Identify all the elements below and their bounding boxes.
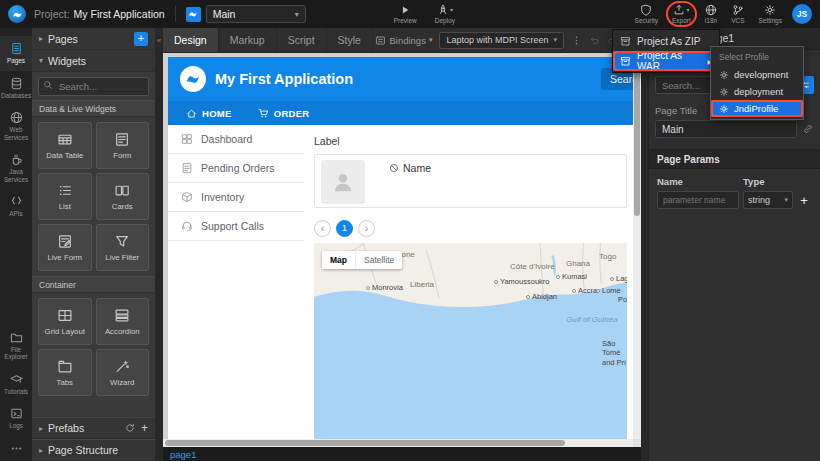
topbar-right-actions: Security▾Exporti18nVCSSettings: [635, 4, 788, 24]
menu-item-inventory[interactable]: Inventory: [168, 183, 304, 212]
nav-item-order[interactable]: ORDER: [258, 108, 310, 119]
page-selector-value: Main: [213, 8, 236, 20]
bindings-dropdown[interactable]: Bindings ▾: [375, 35, 432, 46]
data-table-icon: [56, 132, 74, 147]
rail-item-apis[interactable]: APIs: [0, 189, 32, 224]
prefabs-accordion-header[interactable]: ▸ Prefabs +: [32, 417, 155, 439]
widget-tile-label: Grid Layout: [45, 327, 85, 336]
page-selector-dropdown[interactable]: Main ▾: [206, 5, 306, 23]
scrollbar-thumb[interactable]: [634, 54, 640, 216]
rail-item-web-services[interactable]: Web Services: [0, 105, 32, 147]
export-menu-item-war[interactable]: Project As WAR▶: [613, 51, 719, 71]
export-menu-item-zip[interactable]: Project As ZIP: [613, 31, 719, 51]
label-widget[interactable]: Label: [314, 135, 627, 147]
page-structure-accordion-header[interactable]: ▸ Page Structure: [32, 439, 155, 461]
city-dot-icon: [556, 275, 560, 279]
design-canvas: My First Application Search HOMEORDER Da…: [163, 53, 641, 447]
profile-menu-item-jndiprofile[interactable]: JndiProfile: [711, 100, 803, 117]
rail-item-pages[interactable]: Pages: [0, 36, 32, 71]
canvas-tab-script[interactable]: Script: [277, 28, 327, 52]
menu-item-dashboard[interactable]: Dashboard: [168, 125, 304, 154]
widget-tile-live-filter[interactable]: Live Filter: [96, 224, 150, 271]
page-structure-header-label: Page Structure: [48, 444, 118, 456]
profile-icon: [719, 70, 729, 80]
column-header-name: Name: [657, 176, 743, 187]
bind-link-icon[interactable]: [802, 123, 814, 135]
map-widget[interactable]: Sierra LeoneCôte d'IvoireGhanaTogoLiberi…: [314, 243, 627, 439]
profile-menu-item-deployment[interactable]: deployment: [711, 83, 803, 100]
topbar-action-i18n[interactable]: i18n: [705, 4, 717, 24]
device-selector-dropdown[interactable]: Laptop with MDPI Screen ▾: [439, 32, 564, 49]
widget-tile-wizard[interactable]: Wizard: [96, 349, 150, 396]
app-header-widget[interactable]: My First Application Search: [168, 57, 633, 101]
preview-button[interactable]: Preview: [394, 4, 417, 24]
add-page-button[interactable]: +: [134, 32, 148, 46]
profile-menu-item-development[interactable]: development: [711, 66, 803, 83]
canvas-vertical-scrollbar[interactable]: [633, 53, 641, 439]
widget-search-input[interactable]: [38, 77, 149, 96]
profile-menu-item-label: JndiProfile: [734, 103, 778, 114]
nav-item-label: ORDER: [274, 108, 310, 119]
widget-tile-live-form[interactable]: Live Form: [38, 224, 92, 271]
home-icon: [186, 108, 197, 119]
rail-item-java-services[interactable]: Java Services: [0, 147, 32, 189]
prev-page-button[interactable]: ‹: [314, 220, 331, 237]
add-param-button[interactable]: +: [797, 194, 811, 207]
rail-item-file-explorer[interactable]: File Explorer: [0, 325, 32, 367]
map-label: Liberia: [410, 280, 434, 289]
param-row: string ▾ +: [649, 191, 820, 209]
canvas-tab-design[interactable]: Design: [163, 28, 219, 52]
user-avatar[interactable]: JS: [792, 4, 812, 24]
rail-item-databases[interactable]: Databases: [0, 71, 32, 106]
widget-tile-data-table[interactable]: Data Table: [38, 122, 92, 169]
param-name-input[interactable]: [657, 191, 739, 209]
topbar-action-settings[interactable]: Settings: [759, 4, 783, 24]
widget-tile-grid-layout[interactable]: Grid Layout: [38, 298, 92, 345]
chevron-down-icon: ▾: [295, 10, 299, 19]
rail-item-logs[interactable]: Logs: [0, 401, 32, 436]
menu-item-pending-orders[interactable]: Pending Orders: [168, 154, 304, 183]
widgets-accordion-header[interactable]: ▾ Widgets: [32, 50, 155, 72]
param-type-select[interactable]: string ▾: [743, 191, 793, 209]
more-options-icon[interactable]: [571, 35, 582, 46]
widget-tile-cards[interactable]: Cards: [96, 173, 150, 220]
page-content: Label Name ‹: [304, 125, 633, 439]
city-dot-icon: [366, 286, 370, 290]
scrollbar-thumb[interactable]: [165, 440, 565, 446]
nav-item-home[interactable]: HOME: [186, 108, 232, 119]
menu-item-support-calls[interactable]: Support Calls: [168, 212, 304, 241]
add-prefab-button[interactable]: +: [141, 421, 148, 435]
canvas-horizontal-scrollbar[interactable]: [163, 439, 633, 447]
deploy-button[interactable]: ▾ Deploy: [435, 4, 455, 24]
page-params-section-header[interactable]: Page Params: [649, 149, 820, 169]
pages-accordion-header[interactable]: ▸ Pages +: [32, 28, 155, 50]
open-page-tab[interactable]: page1: [170, 449, 196, 460]
current-page-button[interactable]: 1: [336, 220, 353, 237]
map-satellite-button[interactable]: Satellite: [355, 251, 402, 269]
canvas-tab-style[interactable]: Style: [327, 28, 373, 52]
list-item-card-widget[interactable]: Name: [314, 154, 627, 208]
next-page-button[interactable]: ›: [358, 220, 375, 237]
rail-item-more[interactable]: [0, 436, 32, 461]
no-value-icon: [389, 163, 399, 173]
page-title-input[interactable]: [655, 120, 797, 138]
topbar-action-vcs[interactable]: VCS: [731, 4, 744, 24]
city-dot-icon: [610, 277, 614, 281]
topbar-action-security[interactable]: Security: [635, 4, 658, 24]
search-icon: [43, 80, 53, 90]
map-map-button[interactable]: Map: [322, 251, 355, 269]
undo-icon[interactable]: [589, 35, 600, 46]
widget-tile-accordion[interactable]: Accordion: [96, 298, 150, 345]
menu-item-label: Support Calls: [201, 220, 264, 232]
collapse-left-icon[interactable]: «: [155, 36, 163, 45]
topbar-action-export[interactable]: ▾Export: [672, 4, 691, 24]
tabs-icon: [56, 359, 74, 374]
widget-tile-tabs[interactable]: Tabs: [38, 349, 92, 396]
wavemaker-logo-icon[interactable]: [8, 5, 26, 23]
canvas-tab-markup[interactable]: Markup: [219, 28, 277, 52]
refresh-prefabs-icon[interactable]: [125, 423, 135, 433]
rail-item-tutorials[interactable]: Tutorials: [0, 367, 32, 402]
bindings-label: Bindings: [389, 35, 425, 46]
widget-tile-form[interactable]: Form: [96, 122, 150, 169]
widget-tile-list[interactable]: List: [38, 173, 92, 220]
